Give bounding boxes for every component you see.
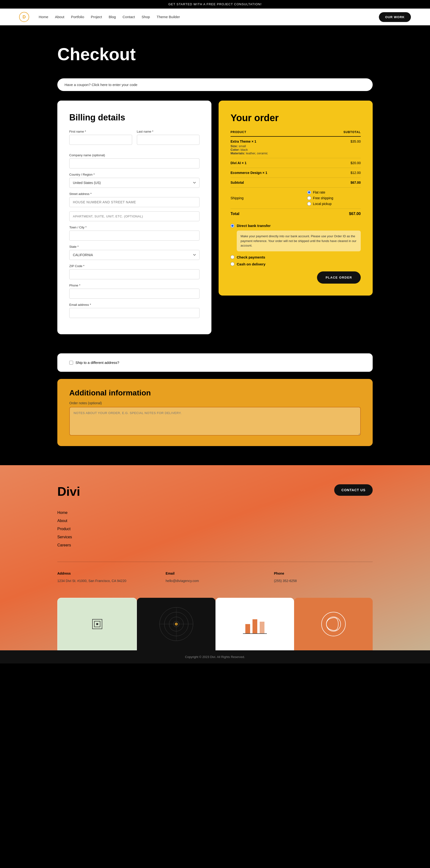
payment-cod-radio[interactable]	[231, 262, 234, 266]
checkout-grid: Billing details First name * Last name *…	[0, 101, 430, 353]
billing-card: Billing details First name * Last name *…	[57, 101, 211, 334]
shipping-free[interactable]: Free shipping	[307, 196, 361, 200]
first-name-label: First name *	[69, 130, 132, 133]
col-product: PRODUCT	[231, 130, 307, 136]
shipping-pickup-label: Local pickup	[313, 202, 332, 206]
notes-label: Order notes (optional)	[69, 401, 361, 405]
footer-nav: Home About Product Services Careers	[57, 510, 373, 547]
footer-email-value: hello@diviagency.com	[165, 578, 264, 584]
nav-project[interactable]: Project	[91, 15, 102, 19]
order-title: Your order	[231, 113, 361, 123]
hero-section: Checkout	[0, 25, 430, 79]
product-name-1: Extra Theme × 1	[231, 140, 307, 143]
state-group: State * CALIFORNIA	[69, 245, 199, 260]
footer-phone-value: (255) 352-6258	[274, 578, 373, 584]
payment-check-radio[interactable]	[231, 255, 234, 259]
copyright-text: Copyright © 2023 Divi. All Rights Reserv…	[185, 655, 245, 659]
country-group: Country / Region * United States (US)	[69, 173, 199, 188]
first-name-input[interactable]	[69, 135, 132, 145]
street-group: Street address *	[69, 192, 199, 221]
our-work-button[interactable]: OUR WORK	[379, 12, 411, 22]
nav-shop[interactable]: Shop	[142, 15, 150, 19]
shipping-flat[interactable]: Flat rate	[307, 190, 361, 194]
product-details-1: Size: small Color: black Materials: leat…	[231, 144, 307, 155]
company-group: Company name (optional)	[69, 153, 199, 168]
table-row: Extra Theme × 1 Size: small Color: black…	[231, 136, 361, 158]
ship-different-checkbox-label[interactable]: Ship to a different address?	[69, 361, 361, 365]
top-banner: GET STARTED WITH A FREE PROJECT CONSULTA…	[0, 0, 430, 9]
art-icon-3	[241, 610, 269, 639]
city-input[interactable]	[69, 230, 199, 241]
nav-portfolio[interactable]: Portfolio	[71, 15, 84, 19]
zip-label: ZIP Code *	[69, 264, 199, 268]
nav-contact[interactable]: Contact	[123, 15, 135, 19]
payment-section: Direct bank transfer Make your payment d…	[231, 224, 361, 284]
phone-input[interactable]	[69, 289, 199, 299]
total-value: $67.00	[307, 209, 361, 219]
last-name-input[interactable]	[137, 135, 200, 145]
street-label: Street address *	[69, 192, 199, 196]
bottom-bar: Copyright © 2023 Divi. All Rights Reserv…	[0, 650, 430, 663]
additional-info-card: Additional information Order notes (opti…	[57, 379, 373, 446]
street-input[interactable]	[69, 197, 199, 207]
total-label: Total	[231, 209, 307, 219]
country-label: Country / Region *	[69, 173, 199, 176]
payment-direct-bank[interactable]: Direct bank transfer	[231, 224, 361, 228]
company-input[interactable]	[69, 158, 199, 168]
zip-input[interactable]	[69, 269, 199, 279]
shipping-pickup-radio[interactable]	[307, 202, 311, 206]
subtotal-label: Subtotal	[231, 178, 307, 188]
subtotal-value: $67.00	[307, 178, 361, 188]
email-input[interactable]	[69, 308, 199, 318]
payment-direct-bank-radio[interactable]	[231, 224, 234, 228]
clearfix: PLACE ORDER	[231, 269, 361, 284]
nav-about[interactable]: About	[55, 15, 64, 19]
payment-cod[interactable]: Cash on delivery	[231, 262, 361, 266]
nav-home[interactable]: Home	[39, 15, 48, 19]
shipping-free-label: Free shipping	[313, 196, 333, 200]
contact-us-button[interactable]: CONTACT US	[334, 484, 373, 496]
art-panel-3	[215, 598, 294, 650]
footer-nav-home[interactable]: Home	[57, 510, 373, 515]
footer-address-value: 1234 Divi St. #1000, San Francisco, CA 9…	[57, 578, 156, 584]
coupon-bar[interactable]: Have a coupon? Click here to enter your …	[57, 79, 373, 91]
art-panel-1	[57, 598, 137, 650]
svg-rect-10	[245, 624, 250, 633]
ship-different-checkbox[interactable]	[69, 361, 73, 365]
shipping-options: Flat rate Free shipping Local pickup	[307, 190, 361, 206]
product-price-3: $12.00	[307, 168, 361, 178]
ship-different-card: Ship to a different address?	[57, 353, 373, 372]
place-order-button[interactable]: PLACE ORDER	[317, 271, 361, 284]
art-panel-4	[294, 598, 373, 650]
coupon-text: Have a coupon? Click here to enter your …	[64, 83, 137, 87]
last-name-label: Last name *	[137, 130, 200, 133]
footer-email-section: Email hello@diviagency.com	[165, 571, 264, 584]
shipping-free-radio[interactable]	[307, 196, 311, 200]
product-price-1: $35.00	[307, 136, 361, 158]
state-select[interactable]: CALIFORNIA	[69, 250, 199, 260]
nav-blog[interactable]: Blog	[109, 15, 116, 19]
payment-direct-bank-label: Direct bank transfer	[237, 224, 271, 228]
zip-group: ZIP Code *	[69, 264, 199, 279]
footer-nav-careers[interactable]: Careers	[57, 543, 373, 547]
footer-nav-product[interactable]: Product	[57, 527, 373, 531]
product-name-2: Divi AI × 1	[231, 158, 307, 168]
nav-theme-builder[interactable]: Theme Builder	[157, 15, 180, 19]
city-group: Town / City *	[69, 225, 199, 241]
navbar: D Home About Portfolio Project Blog Cont…	[0, 9, 430, 25]
apt-input[interactable]	[69, 212, 199, 221]
shipping-flat-radio[interactable]	[307, 190, 311, 194]
footer-nav-services[interactable]: Services	[57, 535, 373, 539]
svg-rect-12	[260, 622, 265, 633]
email-group: Email address *	[69, 303, 199, 318]
shipping-pickup[interactable]: Local pickup	[307, 202, 361, 206]
ship-different-label: Ship to a different address?	[75, 361, 119, 365]
footer-nav-about[interactable]: About	[57, 519, 373, 523]
country-select[interactable]: United States (US)	[69, 178, 199, 188]
footer-art	[57, 598, 373, 650]
additional-title: Additional information	[69, 389, 361, 397]
nav-links: Home About Portfolio Project Blog Contac…	[39, 15, 183, 19]
notes-textarea[interactable]	[69, 407, 361, 436]
footer-logo: Divi	[57, 484, 80, 499]
payment-check[interactable]: Check payments	[231, 255, 361, 259]
